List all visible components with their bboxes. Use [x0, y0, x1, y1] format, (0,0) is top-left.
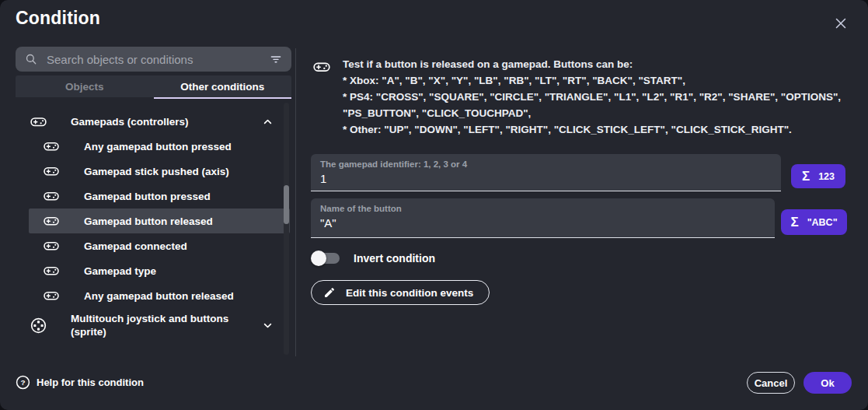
description-line: * Xbox: "A", "B", "X", "Y", "LB", "RB", … [343, 72, 856, 89]
sigma-icon: Σ [802, 170, 810, 183]
row-label: Gamepad button released [84, 215, 213, 228]
search-input[interactable] [45, 52, 262, 67]
condition-row-gamepad-stick-pushed-axis[interactable]: Gamepad stick pushed (axis) [29, 159, 290, 184]
gamepad-identifier-field: The gamepad identifier: 1, 2, 3 or 4 [311, 154, 781, 191]
close-icon [832, 15, 849, 32]
row-label: Gamepad button pressed [84, 190, 211, 203]
row-label: Gamepads (controllers) [71, 115, 235, 128]
search-bar [16, 47, 291, 72]
condition-row-gamepad-button-pressed[interactable]: Gamepad button pressed [29, 184, 290, 209]
multitouch-icon [30, 317, 47, 335]
gamepad-icon [43, 163, 60, 180]
condition-row-gamepad-connected[interactable]: Gamepad connected [29, 233, 290, 258]
invert-condition-row: Invert condition [311, 249, 435, 268]
pencil-icon [323, 286, 336, 299]
description-line: Test if a button is released on a gamepa… [343, 56, 856, 72]
list-scrollbar-track[interactable] [284, 103, 289, 355]
toggle-knob [311, 251, 326, 266]
description-line: "PS_BUTTON", "CLICK_TOUCHPAD", [343, 105, 856, 121]
svg-text:?: ? [20, 378, 25, 387]
row-label: Multitouch joystick and buttons (sprite) [71, 312, 235, 338]
group-row-multitouch-joystick-and-buttons-sprite[interactable]: Multitouch joystick and buttons (sprite) [29, 308, 290, 342]
expression-builder-string-button[interactable]: Σ "ABC" [781, 209, 847, 235]
list-scrollbar-thumb[interactable] [284, 185, 289, 224]
button-name-input[interactable] [320, 216, 765, 230]
chevron-up-icon[interactable] [261, 115, 274, 128]
help-link[interactable]: ? Help for this condition [16, 375, 144, 390]
condition-row-any-gamepad-button-released[interactable]: Any gamepad button released [29, 283, 290, 308]
condition-row-any-gamepad-button-pressed[interactable]: Any gamepad button pressed [29, 134, 290, 159]
gamepad-icon [312, 58, 331, 76]
gamepad-icon [43, 262, 60, 279]
row-label: Gamepad connected [84, 240, 187, 253]
gamepad-icon [30, 113, 47, 131]
description-line: * PS4: "CROSS", "SQUARE", "CIRCLE", "TRI… [343, 89, 856, 105]
expression-button-label: 123 [818, 171, 835, 182]
group-row-gamepads-controllers[interactable]: Gamepads (controllers) [29, 109, 290, 134]
edit-button-label: Edit this condition events [346, 287, 473, 299]
search-icon [24, 52, 38, 66]
cancel-button[interactable]: Cancel [747, 372, 795, 394]
condition-description: Test if a button is released on a gamepa… [343, 56, 856, 138]
condition-row-gamepad-button-released[interactable]: Gamepad button released [29, 209, 290, 233]
chevron-down-icon[interactable] [261, 319, 274, 332]
edit-condition-events-button[interactable]: Edit this condition events [311, 280, 490, 305]
tabs-bar: Objects Other conditions [16, 75, 291, 97]
invert-condition-toggle[interactable] [311, 249, 340, 268]
expression-button-label: "ABC" [807, 217, 838, 228]
gamepad-icon [43, 138, 60, 155]
row-label: Any gamepad button pressed [84, 140, 232, 153]
condition-dialog: Condition Objects Other conditions Gamep… [0, 0, 868, 410]
sigma-icon: Σ [790, 216, 798, 229]
gamepad-icon [43, 237, 60, 254]
filter-icon[interactable] [269, 52, 283, 66]
tab-objects[interactable]: Objects [16, 75, 154, 97]
row-label: Gamepad stick pushed (axis) [84, 165, 229, 178]
page-title: Condition [16, 8, 100, 29]
condition-row-gamepad-type[interactable]: Gamepad type [29, 258, 290, 283]
conditions-list: Gamepads (controllers)Any gamepad button… [0, 101, 295, 356]
gamepad-identifier-input[interactable] [320, 172, 772, 185]
help-label: Help for this condition [37, 377, 144, 388]
gamepad-icon [43, 212, 60, 230]
panel-divider [295, 48, 296, 356]
gamepad-icon [43, 187, 60, 205]
expression-builder-number-button[interactable]: Σ 123 [791, 164, 845, 188]
tab-other-conditions[interactable]: Other conditions [154, 75, 292, 97]
help-icon: ? [16, 375, 30, 390]
gamepad-icon [43, 287, 60, 304]
row-label: Gamepad type [84, 265, 156, 278]
row-label: Any gamepad button released [84, 289, 234, 303]
description-line: * Other: "UP", "DOWN", "LEFT", "RIGHT", … [343, 121, 856, 138]
button-name-label: Name of the button [320, 204, 765, 213]
button-name-field: Name of the button [311, 198, 775, 238]
gamepad-identifier-label: The gamepad identifier: 1, 2, 3 or 4 [320, 159, 772, 169]
ok-button[interactable]: Ok [804, 372, 852, 394]
invert-condition-label: Invert condition [354, 252, 435, 265]
close-button[interactable] [832, 15, 849, 32]
